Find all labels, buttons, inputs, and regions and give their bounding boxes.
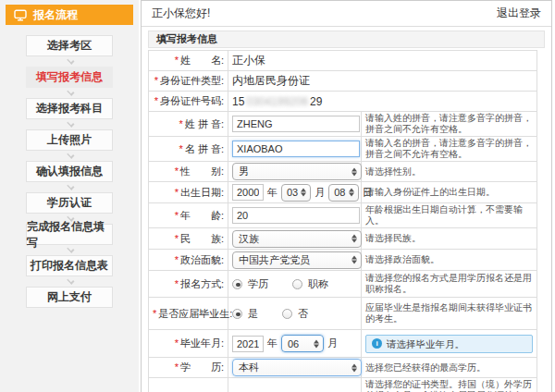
birth-day-select[interactable]: 08: [328, 184, 358, 202]
id-number-masked: 0304199206: [246, 95, 308, 108]
required-asterisk: *: [175, 254, 179, 265]
form-row-birth-date: *出生日期: 年 03 月 08 日: [149, 182, 537, 203]
id-type-label: 身份证件类型:: [160, 75, 224, 86]
form-row-ethnicity: *民 族: 汉族 请选择民族。: [149, 228, 537, 250]
year-unit: 年: [267, 337, 278, 350]
form-row-gender: *性 别: 男 请选择性别。: [149, 162, 537, 182]
id-number-suffix: 29: [310, 95, 322, 108]
name-value: 正小保: [228, 51, 537, 71]
step-upload-photo[interactable]: 上传照片: [26, 129, 113, 151]
certificate-type-hint: 请选择您的证书类型。持国（境）外学历的报名人员（含港澳台居民居住证持有人）请选择…: [362, 378, 537, 392]
education-selected-value: 本科: [239, 361, 259, 374]
gender-select[interactable]: 男: [232, 163, 362, 180]
year-unit: 年: [267, 186, 278, 200]
section-title: 填写报考信息: [148, 31, 545, 48]
age-input[interactable]: [232, 207, 360, 224]
form-row-graduation-date: *毕业年月: 年 06 月 请选择毕业年月。: [149, 330, 537, 358]
required-asterisk: *: [175, 210, 179, 221]
ethnicity-select[interactable]: 汉族: [232, 230, 362, 248]
form-row-education: *学 历: 本科 选择您已经获得的最高学历。: [149, 358, 537, 378]
form-row-surname-pinyin: *姓 拼 音: 请输入姓的拼音，请注意多音字的拼音，拼音之间不允许有空格。: [149, 112, 537, 137]
radio-option-professional-title[interactable]: 职称: [292, 277, 328, 291]
month-unit: 月: [327, 337, 338, 350]
step-select-exam-subjects[interactable]: 选择报考科目: [26, 98, 113, 119]
ethnicity-hint: 请选择民族。: [362, 228, 537, 250]
chevron-down-icon: [67, 119, 74, 127]
required-asterisk: *: [175, 165, 179, 177]
gender-label: 性 别:: [180, 165, 224, 177]
up-down-arrows-icon: [301, 189, 306, 197]
up-down-arrows-icon: [352, 235, 357, 243]
birth-month-select[interactable]: 03: [281, 184, 311, 202]
step-education-verification[interactable]: 学历认证: [26, 192, 113, 214]
given-pinyin-hint: 请输入名的拼音，请注意多音字的拼音，拼音之间不允许有空格。: [362, 137, 537, 162]
required-asterisk: *: [179, 118, 183, 129]
id-number-label: 身份证件号码:: [160, 95, 224, 106]
step-print-registration-form[interactable]: 打印报名信息表: [26, 255, 113, 276]
logout-link[interactable]: 退出登录: [497, 6, 541, 21]
fresh-graduate-radiogroup: 是 否: [232, 307, 357, 321]
graduation-notice-box: 请选择毕业年月。: [365, 335, 533, 353]
registration-form-table: *姓 名: 正小保 *身份证件类型: 内地居民身份证 *身份证件号码: 1503…: [148, 50, 537, 392]
surname-pinyin-input[interactable]: [232, 116, 360, 132]
gender-selected-value: 男: [239, 165, 249, 178]
required-asterisk: *: [154, 75, 158, 86]
ethnicity-label: 民 族:: [180, 233, 224, 244]
form-row-name: *姓 名: 正小保: [149, 51, 537, 71]
registration-method-radiogroup: 学历 职称: [232, 277, 357, 291]
steps-list: 选择考区 填写报考信息 选择报考科目 上传照片 确认填报信息 学历认证 完成报名…: [0, 35, 139, 308]
id-number-prefix: 15: [232, 95, 244, 108]
up-down-arrows-icon: [349, 189, 354, 197]
form-row-political-status: *政治面貌: 中国共产党党员 请选择政治面貌。: [149, 250, 537, 271]
radio-option-education[interactable]: 学历: [232, 277, 268, 291]
radio-option-no[interactable]: 否: [282, 307, 308, 321]
sidebar-header: 报名流程: [6, 5, 133, 25]
required-asterisk: *: [175, 361, 179, 373]
required-asterisk: *: [175, 187, 179, 198]
political-status-selected-value: 中国共产党党员: [239, 253, 310, 267]
age-hint: 年龄根据出生日期自动计算，不需要输入。: [362, 203, 537, 228]
step-select-exam-area[interactable]: 选择考区: [26, 35, 113, 56]
info-icon: [372, 338, 382, 349]
fresh-graduate-label: 是否应届毕业生:: [158, 308, 232, 319]
radio-icon: [282, 309, 292, 319]
form-row-id-type: *身份证件类型: 内地居民身份证: [149, 71, 537, 92]
form-row-given-pinyin: *名 拼 音: 请输入名的拼音，请注意多音字的拼音，拼音之间不允许有空格。: [149, 137, 537, 162]
ethnicity-selected-value: 汉族: [239, 232, 259, 246]
fresh-graduate-hint: 应届毕业生是指报名期间未获得毕业证书的考生。: [362, 298, 537, 330]
chevron-down-icon: [67, 88, 74, 95]
political-status-hint: 请选择政治面貌。: [362, 250, 537, 271]
political-status-select[interactable]: 中国共产党党员: [232, 251, 362, 269]
given-pinyin-input[interactable]: [232, 141, 360, 157]
radio-option-yes[interactable]: 是: [232, 307, 258, 321]
up-down-arrows-icon: [314, 339, 319, 348]
up-down-arrows-icon: [352, 256, 357, 264]
required-asterisk: *: [175, 55, 179, 66]
registration-method-label: 报名方式:: [180, 278, 224, 289]
step-fill-registration-info[interactable]: 填写报考信息: [26, 67, 113, 88]
id-type-value: 内地居民身份证: [228, 71, 537, 92]
birth-year-input[interactable]: [232, 184, 264, 201]
gender-hint: 请选择性别。: [362, 162, 537, 182]
step-confirm-info[interactable]: 确认填报信息: [26, 161, 113, 182]
step-complete-registration[interactable]: 完成报名信息填写: [26, 224, 113, 245]
required-asterisk: *: [175, 337, 179, 349]
chevron-down-icon: [67, 56, 74, 64]
surname-pinyin-label: 姓 拼 音:: [185, 118, 224, 129]
main-panel: 正小保您好! 退出登录 填写报考信息 *姓 名: 正小保 *身份证件类型: 内地…: [141, 0, 552, 392]
surname-pinyin-hint: 请输入姓的拼音，请注意多音字的拼音，拼音之间不允许有空格。: [362, 112, 537, 137]
registration-page: 报名流程 选择考区 填写报考信息 选择报考科目 上传照片 确认填报信息 学历认证…: [0, 0, 555, 392]
graduation-notice-text: 请选择毕业年月。: [387, 338, 464, 349]
welcome-bar: 正小保您好! 退出登录: [142, 1, 551, 27]
greeting-text: 正小保您好!: [152, 6, 210, 21]
form-row-age: *年 龄: 年龄根据出生日期自动计算，不需要输入。: [149, 203, 537, 228]
education-select[interactable]: 本科: [232, 359, 362, 376]
required-asterisk: *: [179, 143, 183, 154]
step-online-payment[interactable]: 网上支付: [26, 287, 113, 308]
chevron-down-icon: [67, 276, 74, 284]
up-down-arrows-icon: [352, 363, 357, 372]
process-sidebar: 报名流程 选择考区 填写报考信息 选择报考科目 上传照片 确认填报信息 学历认证…: [0, 0, 139, 392]
graduation-month-select[interactable]: 06: [281, 335, 324, 352]
graduation-year-input[interactable]: [232, 336, 264, 352]
sidebar-title: 报名流程: [33, 7, 78, 23]
